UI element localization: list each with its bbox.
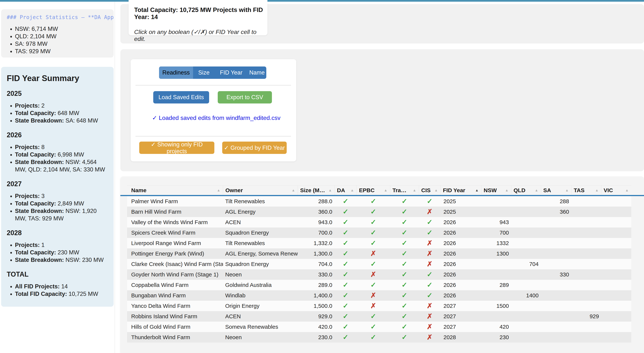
cross-icon[interactable]: ✗	[427, 313, 432, 320]
cell-epbc[interactable]: ✓	[356, 217, 390, 228]
column-header-vic[interactable]: VIC▲	[601, 185, 631, 195]
check-icon[interactable]: ✓	[402, 260, 407, 268]
sort-arrow-icon[interactable]: ▲	[475, 188, 478, 192]
check-icon[interactable]: ✓	[402, 302, 407, 310]
sort-arrow-icon[interactable]: ▲	[350, 188, 354, 192]
check-icon[interactable]: ✓	[342, 292, 348, 299]
check-icon[interactable]: ✓	[427, 281, 432, 289]
check-icon[interactable]: ✓	[342, 197, 348, 205]
sort-arrow-icon[interactable]: ▲	[413, 188, 416, 192]
cell-cis[interactable]: ✗	[419, 248, 440, 259]
export-to-csv-button[interactable]: Export to CSV	[218, 91, 272, 103]
column-header-nsw[interactable]: NSW▲	[481, 185, 511, 195]
cell-tra-[interactable]: ✓	[390, 322, 419, 332]
check-icon[interactable]: ✓	[402, 281, 407, 289]
cell-tra-[interactable]: ✓	[390, 332, 419, 343]
check-icon[interactable]: ✓	[427, 229, 432, 236]
cell-da[interactable]: ✓	[334, 280, 356, 290]
sort-arrow-icon[interactable]: ▲	[292, 188, 295, 192]
cell-fid-year[interactable]: 2025	[440, 196, 481, 207]
cell-fid-year[interactable]: 2025	[440, 207, 481, 217]
cell-cis[interactable]: ✗	[419, 311, 440, 322]
check-icon[interactable]: ✓	[402, 208, 407, 216]
column-header-tas[interactable]: TAS▲	[571, 185, 601, 195]
column-header-size-m-[interactable]: Size (M…▲	[298, 185, 334, 195]
cell-cis[interactable]: ✗	[419, 322, 440, 332]
cell-fid-year[interactable]: 2027	[440, 301, 481, 311]
column-header-owner[interactable]: Owner▲	[223, 185, 298, 195]
sort-arrow-icon[interactable]: ▲	[625, 188, 629, 192]
check-icon[interactable]: ✓	[402, 218, 407, 226]
cross-icon[interactable]: ✗	[427, 323, 432, 331]
check-icon[interactable]: ✓	[402, 313, 407, 320]
cross-icon[interactable]: ✗	[427, 260, 432, 268]
cell-fid-year[interactable]: 2026	[440, 280, 481, 290]
cell-cis[interactable]: ✓	[419, 280, 440, 290]
cross-icon[interactable]: ✗	[370, 292, 376, 299]
tab-readiness[interactable]: Readiness	[159, 66, 193, 79]
cell-da[interactable]: ✓	[334, 290, 356, 301]
cell-da[interactable]: ✓	[334, 332, 356, 343]
cell-cis[interactable]: ✓	[419, 269, 440, 280]
check-icon[interactable]: ✓	[370, 229, 376, 236]
cell-epbc[interactable]: ✓	[356, 259, 390, 269]
cell-epbc[interactable]: ✓	[356, 228, 390, 238]
sort-arrow-icon[interactable]: ▲	[565, 188, 569, 192]
cell-cis[interactable]: ✗	[419, 301, 440, 311]
check-icon[interactable]: ✓	[370, 239, 376, 247]
cell-tra-[interactable]: ✓	[390, 311, 419, 322]
cell-tra-[interactable]: ✓	[390, 238, 419, 248]
cross-icon[interactable]: ✗	[427, 208, 432, 216]
cell-fid-year[interactable]: 2028	[440, 332, 481, 343]
check-icon[interactable]: ✓	[342, 229, 348, 236]
cell-fid-year[interactable]: 2026	[440, 217, 481, 228]
cell-da[interactable]: ✓	[334, 196, 356, 207]
cell-da[interactable]: ✓	[334, 228, 356, 238]
check-icon[interactable]: ✓	[342, 218, 348, 226]
cell-epbc[interactable]: ✗	[356, 301, 390, 311]
cross-icon[interactable]: ✗	[427, 250, 432, 257]
check-icon[interactable]: ✓	[427, 218, 432, 226]
check-icon[interactable]: ✓	[342, 333, 348, 341]
cell-tra-[interactable]: ✓	[390, 259, 419, 269]
cell-fid-year[interactable]: 2026	[440, 228, 481, 238]
cell-da[interactable]: ✓	[334, 322, 356, 332]
check-icon[interactable]: ✓	[370, 260, 376, 268]
cell-tra-[interactable]: ✓	[390, 269, 419, 280]
cell-epbc[interactable]: ✗	[356, 290, 390, 301]
cell-fid-year[interactable]: 2026	[440, 259, 481, 269]
cell-da[interactable]: ✓	[334, 238, 356, 248]
column-header-fid-year[interactable]: FID Year▲	[440, 185, 481, 195]
cell-cis[interactable]: ✓	[419, 228, 440, 238]
cell-epbc[interactable]: ✗	[356, 248, 390, 259]
cell-tra-[interactable]: ✓	[390, 207, 419, 217]
check-icon[interactable]: ✓	[342, 239, 348, 247]
cell-fid-year[interactable]: 2026	[440, 290, 481, 301]
check-icon[interactable]: ✓	[342, 281, 348, 289]
cell-cis[interactable]: ✓	[419, 290, 440, 301]
check-icon[interactable]: ✓	[342, 208, 348, 216]
check-icon[interactable]: ✓	[342, 260, 348, 268]
cell-fid-year[interactable]: 2026	[440, 238, 481, 248]
check-icon[interactable]: ✓	[402, 250, 407, 257]
check-icon[interactable]: ✓	[370, 218, 376, 226]
check-icon[interactable]: ✓	[402, 333, 407, 341]
cell-tra-[interactable]: ✓	[390, 301, 419, 311]
column-header-name[interactable]: Name▲	[127, 185, 223, 195]
toggle-group-by-fid-button[interactable]: ✓ Grouped by FID Year	[222, 142, 287, 154]
sort-arrow-icon[interactable]: ▲	[505, 188, 508, 192]
sort-arrow-icon[interactable]: ▲	[535, 188, 538, 192]
check-icon[interactable]: ✓	[370, 313, 376, 320]
cross-icon[interactable]: ✗	[370, 250, 376, 257]
check-icon[interactable]: ✓	[402, 292, 407, 299]
check-icon[interactable]: ✓	[402, 239, 407, 247]
cross-icon[interactable]: ✗	[370, 302, 376, 310]
tab-name[interactable]: Name	[248, 66, 266, 79]
cell-cis[interactable]: ✗	[419, 238, 440, 248]
column-header-qld[interactable]: QLD▲	[511, 185, 541, 195]
tab-fid-year[interactable]: FID Year	[215, 66, 248, 79]
cross-icon[interactable]: ✗	[427, 302, 432, 310]
cell-epbc[interactable]: ✓	[356, 311, 390, 322]
cell-da[interactable]: ✓	[334, 207, 356, 217]
cell-da[interactable]: ✓	[334, 311, 356, 322]
